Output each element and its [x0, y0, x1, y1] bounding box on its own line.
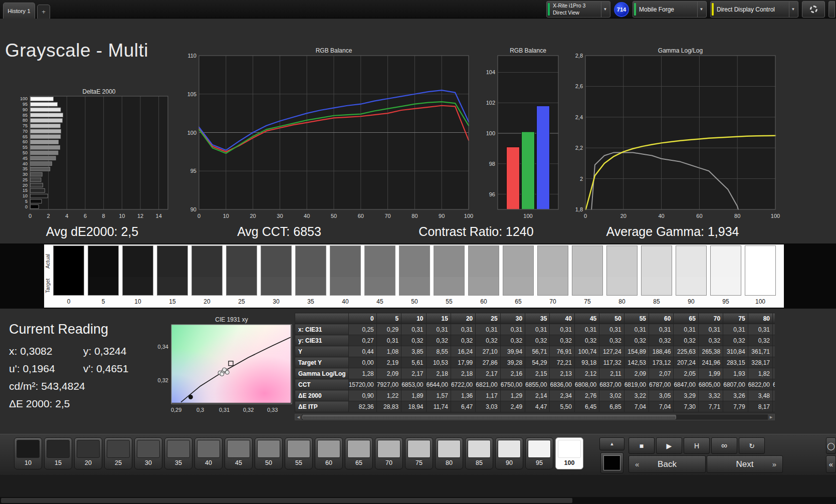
gray-swatch-15: 15 [157, 245, 188, 307]
history-tab[interactable]: History 1 [3, 3, 35, 19]
clipped-transport-button[interactable]: ◯ [826, 437, 836, 454]
patch-list-up-button[interactable]: ▲ [599, 437, 624, 450]
back-button[interactable]: « Back [629, 455, 706, 473]
table-cell: 0,31 [723, 324, 748, 335]
patch-button-95[interactable]: 95 [525, 437, 553, 469]
patch-button-85[interactable]: 85 [465, 437, 493, 469]
patch-list-scrollbar[interactable] [0, 497, 836, 504]
rgb-balance-line-chart: RGB Balance11010510095900102030405060708… [183, 47, 484, 223]
patch-swatch [438, 440, 461, 458]
table-row: Y0,441,083,858,5516,2427,1039,9456,7176,… [295, 346, 775, 357]
loop-button[interactable]: ∞ [711, 437, 737, 454]
svg-text:100: 100 [187, 130, 196, 136]
pattern-window-button[interactable] [600, 452, 623, 473]
clipped-nav-button[interactable]: « [826, 455, 836, 473]
patch-button-80[interactable]: 80 [435, 437, 463, 469]
target-swatch [157, 277, 187, 295]
patch-button-55[interactable]: 55 [285, 437, 313, 469]
table-cell: 0,31 [525, 324, 550, 335]
contrast-ratio-stat: Contrast Ratio: 1240 [419, 224, 533, 239]
patch-button-30[interactable]: 30 [134, 437, 162, 469]
table-cell: 4,47 [525, 401, 550, 412]
patch-button-45[interactable]: 45 [225, 437, 253, 469]
table-cell: 6793,00 [772, 379, 775, 390]
meter-count-badge[interactable]: 714 [614, 2, 629, 17]
table-cell: 6,45 [574, 401, 599, 412]
marker-button[interactable]: H [684, 437, 710, 454]
svg-text:80: 80 [734, 213, 740, 219]
table-horizontal-scrollbar[interactable]: ◀ ▶ [295, 414, 775, 420]
meter-dropdown[interactable]: X-Rite i1Pro 3 Direct View ▼ [546, 1, 610, 18]
patch-button-90[interactable]: 90 [495, 437, 523, 469]
table-cell: 2,13 [550, 368, 574, 379]
add-tab-button[interactable]: + [37, 5, 50, 19]
settings-gear-button[interactable] [802, 1, 825, 18]
svg-text:60: 60 [23, 139, 28, 144]
gray-swatch-5: 5 [88, 245, 119, 307]
refresh-button[interactable]: ↻ [739, 437, 765, 454]
clipped-button[interactable] [828, 1, 835, 18]
patch-button-40[interactable]: 40 [194, 437, 223, 469]
svg-text:15: 15 [23, 188, 28, 193]
chevron-down-icon[interactable]: ▼ [601, 2, 609, 17]
patch-scrollbar-thumb[interactable] [1, 498, 572, 503]
table-cell: 5,50 [550, 401, 574, 412]
patch-button-50[interactable]: 50 [255, 437, 283, 469]
target-swatch [434, 277, 464, 295]
next-button[interactable]: Next » [707, 455, 783, 473]
uv-reading-row: u': 0,1964 v': 0,4651 [9, 363, 149, 375]
patch-button-65[interactable]: 65 [345, 437, 373, 469]
meter-status-bar [548, 3, 550, 16]
patch-button-25[interactable]: 25 [104, 437, 132, 469]
svg-text:105: 105 [187, 91, 196, 97]
xy-reading-row: x: 0,3082 y: 0,3244 [9, 345, 149, 357]
svg-text:35: 35 [23, 166, 28, 171]
patch-button-10[interactable]: 10 [14, 437, 42, 469]
table-cell: 328,17 [748, 357, 772, 368]
svg-text:80: 80 [23, 118, 28, 123]
svg-text:20: 20 [250, 213, 256, 219]
pattern-source-dropdown[interactable]: Mobile Forge ▼ [633, 1, 707, 18]
gray-swatch-0: 0 [53, 245, 84, 307]
display-status-bar [712, 3, 714, 16]
scrollbar-thumb[interactable] [302, 415, 676, 419]
patch-button-75[interactable]: 75 [405, 437, 433, 469]
scroll-right-arrow[interactable]: ▶ [768, 414, 774, 420]
gray-swatch-45: 45 [364, 245, 395, 307]
chevron-down-icon[interactable]: ▼ [697, 2, 705, 17]
chevron-down-icon[interactable]: ▼ [789, 2, 797, 17]
table-cell: 39,28 [500, 357, 525, 368]
measurement-table-wrap[interactable]: 0510152025303540455055606570758085x: CIE… [295, 313, 775, 413]
stop-button[interactable]: ■ [629, 437, 655, 454]
gray-swatch-35: 35 [295, 245, 326, 307]
table-cell: 8,17 [748, 401, 772, 412]
svg-text:1,8: 1,8 [575, 206, 583, 212]
column-header: 45 [574, 313, 599, 324]
table-cell: 0,25 [348, 324, 376, 335]
table-cell: 18,94 [401, 401, 426, 412]
patch-label: 30 [137, 459, 160, 466]
table-cell: 6819,00 [624, 379, 649, 390]
patch-swatch [197, 440, 220, 458]
svg-text:Gamma Log/Log: Gamma Log/Log [658, 47, 703, 54]
display-control-dropdown[interactable]: Direct Display Control ▼ [710, 1, 798, 18]
table-cell: 6805,00 [698, 379, 723, 390]
patch-button-15[interactable]: 15 [44, 437, 72, 469]
patch-button-20[interactable]: 20 [74, 437, 102, 469]
patch-button-35[interactable]: 35 [164, 437, 192, 469]
table-cell: 7,71 [698, 401, 723, 412]
table-cell: 6,85 [599, 401, 624, 412]
table-cell: 2,18 [426, 368, 451, 379]
svg-text:12: 12 [137, 213, 143, 219]
svg-text:2,8: 2,8 [575, 53, 583, 59]
table-cell: 0,31 [550, 324, 574, 335]
svg-text:90: 90 [439, 213, 445, 219]
patch-button-60[interactable]: 60 [315, 437, 343, 469]
table-cell: 1,28 [348, 368, 376, 379]
patch-button-100[interactable]: 100 [555, 437, 583, 469]
display-label: Direct Display Control [717, 6, 775, 13]
target-swatch [54, 277, 84, 295]
play-button[interactable]: ▶ [656, 437, 682, 454]
patch-button-70[interactable]: 70 [375, 437, 403, 469]
svg-text:30: 30 [277, 213, 283, 219]
